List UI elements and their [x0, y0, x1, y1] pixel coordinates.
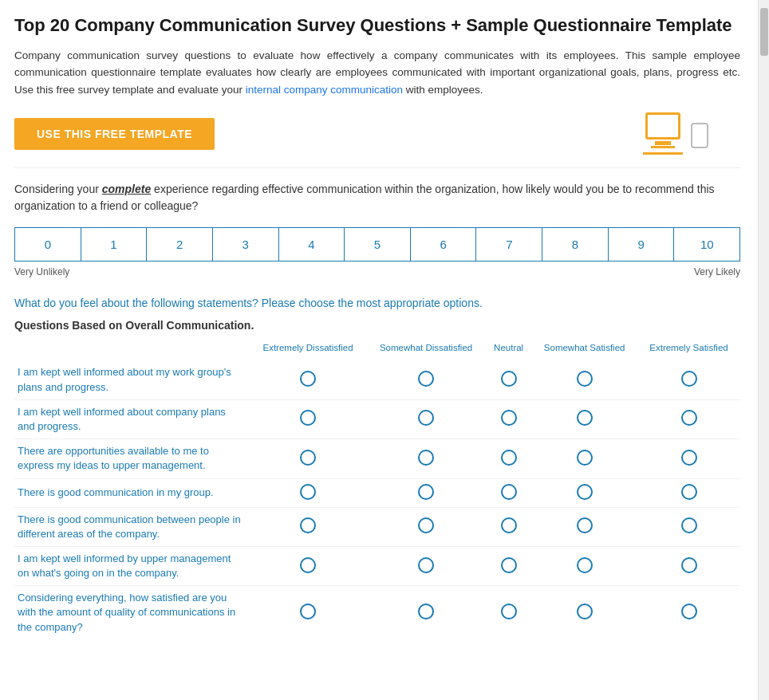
radio-cell-1-4 [637, 399, 740, 438]
radio-cell-3-0 [250, 478, 366, 507]
scrollbar-thumb[interactable] [760, 8, 768, 56]
likert-question-4: There is good communication between peop… [14, 507, 250, 546]
radio-1-4[interactable] [681, 410, 697, 426]
nps-question-text: Considering your complete experience reg… [14, 181, 740, 214]
nps-cell-1[interactable]: 1 [81, 228, 148, 261]
nps-cell-9[interactable]: 9 [609, 228, 675, 261]
radio-6-2[interactable] [501, 604, 517, 619]
radio-3-0[interactable] [300, 484, 316, 500]
radio-0-2[interactable] [501, 371, 517, 387]
radio-cell-0-4 [637, 360, 740, 399]
radio-0-4[interactable] [681, 371, 697, 387]
radio-3-3[interactable] [577, 484, 593, 500]
radio-0-3[interactable] [577, 371, 593, 387]
nps-cell-0[interactable]: 0 [15, 228, 81, 261]
monitor-stand [655, 141, 671, 145]
radio-2-0[interactable] [300, 450, 316, 466]
nps-cell-7[interactable]: 7 [476, 228, 542, 261]
radio-2-4[interactable] [681, 450, 697, 466]
radio-0-1[interactable] [418, 371, 434, 387]
section-divider [14, 167, 740, 168]
radio-2-3[interactable] [577, 450, 593, 466]
radio-1-1[interactable] [418, 410, 434, 426]
radio-cell-3-3 [531, 478, 637, 507]
radio-6-3[interactable] [577, 604, 593, 619]
scrollbar[interactable] [758, 0, 769, 700]
radio-cell-1-3 [531, 399, 637, 438]
radio-cell-0-1 [366, 360, 486, 399]
radio-6-4[interactable] [681, 604, 697, 619]
nps-cell-3[interactable]: 3 [213, 228, 279, 261]
radio-1-2[interactable] [501, 410, 517, 426]
nps-cell-2[interactable]: 2 [147, 228, 213, 261]
radio-6-0[interactable] [300, 604, 316, 619]
likert-section: What do you feel about the following sta… [14, 297, 740, 639]
nps-cell-10[interactable]: 10 [674, 228, 739, 261]
radio-cell-4-2 [486, 507, 531, 546]
radio-cell-6-3 [531, 586, 637, 639]
nps-cell-4[interactable]: 4 [279, 228, 345, 261]
radio-3-2[interactable] [501, 484, 517, 500]
radio-cell-5-2 [486, 546, 531, 585]
radio-cell-5-4 [637, 546, 740, 585]
likert-question-2: There are opportunities available to me … [14, 439, 250, 478]
internal-link[interactable]: internal company communication [246, 84, 403, 96]
nps-labels: Very Unlikely Very Likely [14, 266, 740, 277]
radio-4-0[interactable] [300, 517, 316, 533]
col-header-somewhat-dissatisfied: Somewhat Dissatisfied [366, 340, 486, 360]
radio-5-0[interactable] [300, 557, 316, 573]
radio-cell-6-1 [366, 586, 486, 639]
radio-3-4[interactable] [681, 484, 697, 500]
col-header-question [14, 340, 250, 360]
page-description: Company communication survey questions t… [14, 47, 740, 99]
radio-cell-6-2 [486, 586, 531, 639]
radio-cell-2-4 [637, 439, 740, 478]
radio-cell-4-3 [531, 507, 637, 546]
radio-5-3[interactable] [577, 557, 593, 573]
likert-question-1: I am kept well informed about company pl… [14, 399, 250, 438]
radio-5-4[interactable] [681, 557, 697, 573]
radio-cell-6-0 [250, 586, 366, 639]
col-header-extremely-satisfied: Extremely Satisfied [637, 340, 740, 360]
monitor-icon [643, 112, 683, 155]
radio-1-3[interactable] [577, 410, 593, 426]
radio-6-1[interactable] [418, 604, 434, 619]
radio-4-4[interactable] [681, 517, 697, 533]
radio-5-2[interactable] [501, 557, 517, 573]
radio-3-1[interactable] [418, 484, 434, 500]
radio-cell-6-4 [637, 586, 740, 639]
likert-question-6: Considering everything, how satisfied ar… [14, 586, 250, 639]
radio-1-0[interactable] [300, 410, 316, 426]
radio-cell-2-0 [250, 439, 366, 478]
monitor-underline [643, 152, 683, 155]
radio-0-0[interactable] [300, 371, 316, 387]
device-icons [643, 112, 708, 155]
radio-4-2[interactable] [501, 517, 517, 533]
radio-cell-1-0 [250, 399, 366, 438]
use-template-button[interactable]: USE THIS FREE TEMPLATE [14, 118, 215, 150]
cta-row: USE THIS FREE TEMPLATE [14, 112, 740, 155]
likert-intro: What do you feel about the following sta… [14, 297, 740, 309]
nps-cell-6[interactable]: 6 [411, 228, 477, 261]
radio-cell-3-2 [486, 478, 531, 507]
radio-cell-2-1 [366, 439, 486, 478]
phone-icon [691, 123, 708, 148]
radio-cell-5-0 [250, 546, 366, 585]
radio-2-2[interactable] [501, 450, 517, 466]
monitor-base [651, 146, 675, 148]
radio-cell-3-1 [366, 478, 486, 507]
col-header-neutral: Neutral [486, 340, 531, 360]
radio-2-1[interactable] [418, 450, 434, 466]
nps-cell-8[interactable]: 8 [542, 228, 609, 261]
likert-question-3: There is good communication in my group. [14, 478, 250, 507]
nps-label-left: Very Unlikely [14, 266, 69, 277]
radio-4-1[interactable] [418, 517, 434, 533]
nps-cell-5[interactable]: 5 [345, 228, 411, 261]
col-header-extremely-dissatisfied: Extremely Dissatisfied [250, 340, 366, 360]
radio-cell-3-4 [637, 478, 740, 507]
likert-question-5: I am kept well informed by upper managem… [14, 546, 250, 585]
radio-cell-1-1 [366, 399, 486, 438]
nps-section: Considering your complete experience reg… [14, 181, 740, 277]
radio-5-1[interactable] [418, 557, 434, 573]
radio-4-3[interactable] [577, 517, 593, 533]
